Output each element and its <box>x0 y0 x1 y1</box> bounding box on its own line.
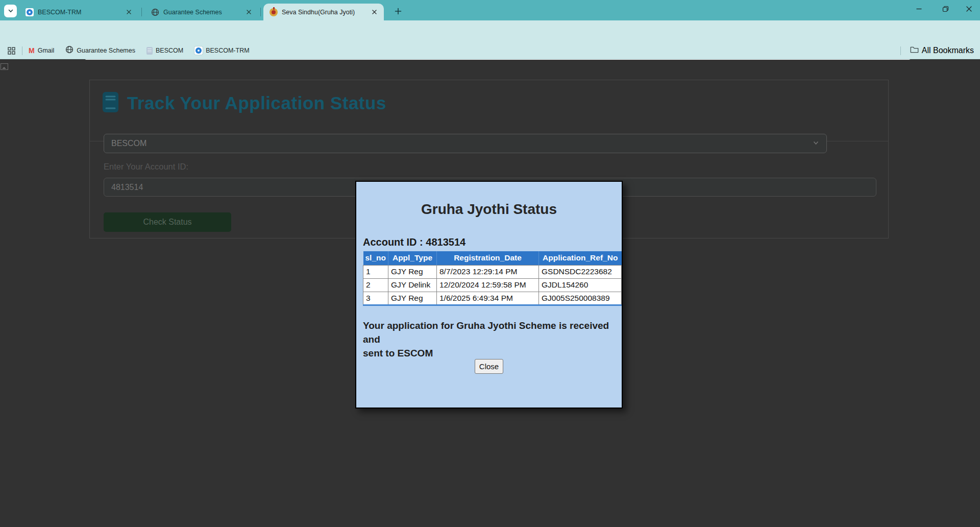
bescom-trm-favicon-icon <box>26 8 34 16</box>
tab-title: Seva Sindhu(Gruha Jyoti) <box>282 9 370 16</box>
cell-registration-date: 8/7/2023 12:29:14 PM <box>436 265 538 278</box>
cell-application-ref-no: GJDL154260 <box>538 278 621 292</box>
new-tab-button[interactable] <box>391 5 405 19</box>
status-message-line2: sent to ESCOM <box>363 346 618 360</box>
browser-toolbar: sevasindhu.karnataka.gov.in/StatucTrack/… <box>0 20 980 42</box>
cell-appl-type: GJY Delink <box>388 278 436 292</box>
table-header-row: sl_no Appl_Type Registration_Date Applic… <box>363 251 622 265</box>
column-header-appl-type: Appl_Type <box>388 251 436 265</box>
tab-separator <box>141 8 142 16</box>
modal-close-button[interactable]: Close <box>475 359 503 374</box>
tab-seva-sindhu[interactable]: Seva Sindhu(Gruha Jyoti) <box>263 4 384 20</box>
globe-icon <box>65 45 74 56</box>
tab-bescom-trm[interactable]: BESCOM-TRM <box>19 4 138 20</box>
cell-application-ref-no: GSDNSDC2223682 <box>538 265 621 278</box>
status-message: Your application for Gruha Jyothi Scheme… <box>363 319 618 360</box>
tab-close-icon[interactable] <box>124 8 133 17</box>
tab-search-button[interactable] <box>4 5 17 17</box>
select-chevron-icon <box>813 139 819 148</box>
bookmark-label: BESCOM-TRM <box>206 47 249 54</box>
apps-grid-icon[interactable] <box>7 46 16 55</box>
bookmark-label: Guarantee Schemes <box>77 47 135 54</box>
provider-select[interactable]: BESCOM <box>104 134 827 153</box>
bookmark-bescom-trm[interactable]: BESCOM-TRM <box>194 46 249 55</box>
cell-application-ref-no: GJ005S250008389 <box>538 292 621 305</box>
restore-icon <box>942 5 949 14</box>
globe-favicon-icon <box>151 8 159 16</box>
check-status-button[interactable]: Check Status <box>104 212 231 232</box>
bookmark-gmail[interactable]: M Gmail <box>29 46 54 55</box>
modal-account-id: Account ID : 4813514 <box>363 236 465 248</box>
tab-title: Guarantee Schemes <box>163 9 244 16</box>
plus-icon <box>395 8 402 17</box>
page-heading: Track Your Application Status <box>102 91 386 115</box>
bookmark-bescom[interactable]: BESCOM <box>146 47 183 55</box>
window-close-icon <box>966 5 972 14</box>
karnataka-emblem-favicon-icon <box>270 8 278 16</box>
cell-slno: 2 <box>363 278 388 292</box>
table-row: 2 GJY Delink 12/20/2024 12:59:58 PM GJDL… <box>363 278 622 292</box>
page-title: Track Your Application Status <box>127 93 386 113</box>
browser-window: BESCOM-TRM Guarantee Schemes Seva Sindhu… <box>0 0 980 527</box>
bookmarks-separator <box>900 46 901 55</box>
folder-icon <box>910 46 919 56</box>
chevron-down-icon <box>8 7 14 16</box>
cell-slno: 3 <box>363 292 388 305</box>
column-header-registration-date: Registration_Date <box>436 251 538 265</box>
tab-strip: BESCOM-TRM Guarantee Schemes Seva Sindhu… <box>0 0 980 20</box>
tab-guarantee-schemes[interactable]: Guarantee Schemes <box>145 4 258 20</box>
bookmarks-separator <box>22 46 22 55</box>
cell-registration-date: 12/20/2024 12:59:58 PM <box>436 278 538 292</box>
gmail-icon: M <box>29 46 35 55</box>
window-close-button[interactable] <box>958 0 980 19</box>
all-bookmarks-label: All Bookmarks <box>922 46 974 55</box>
table-row: 1 GJY Reg 8/7/2023 12:29:14 PM GSDNSDC22… <box>363 265 622 278</box>
status-message-line1: Your application for Gruha Jyothi Scheme… <box>363 319 618 346</box>
bookmark-guarantee-schemes[interactable]: Guarantee Schemes <box>65 45 135 56</box>
account-id-value: 4813514 <box>111 183 143 192</box>
all-bookmarks-button[interactable]: All Bookmarks <box>894 46 974 56</box>
journal-book-icon <box>102 91 119 115</box>
column-header-slno: sl_no <box>363 251 388 265</box>
document-icon <box>146 47 153 55</box>
bookmark-label: Gmail <box>38 47 55 54</box>
tab-close-icon[interactable] <box>244 8 253 17</box>
broken-image-icon <box>1 63 8 70</box>
table-row: 3 GJY Reg 1/6/2025 6:49:34 PM GJ005S2500… <box>363 292 622 305</box>
application-status-table: sl_no Appl_Type Registration_Date Applic… <box>363 251 622 306</box>
tab-title: BESCOM-TRM <box>38 9 124 16</box>
tab-close-icon[interactable] <box>370 8 379 17</box>
account-id-label: Enter Your Account ID: <box>104 162 188 172</box>
bescom-trm-icon <box>194 46 203 55</box>
bookmark-label: BESCOM <box>156 47 183 54</box>
cell-appl-type: GJY Reg <box>388 265 436 278</box>
tab-separator <box>260 8 261 16</box>
cell-appl-type: GJY Reg <box>388 292 436 305</box>
minimize-button[interactable] <box>908 0 930 19</box>
minimize-icon <box>916 5 922 14</box>
cell-slno: 1 <box>363 265 388 278</box>
provider-select-value: BESCOM <box>111 139 813 148</box>
modal-title: Gruha Jyothi Status <box>356 201 622 218</box>
bookmarks-bar: M Gmail Guarantee Schemes BESCOM BESCOM-… <box>0 42 980 59</box>
cell-registration-date: 1/6/2025 6:49:34 PM <box>436 292 538 305</box>
column-header-application-ref-no: Application_Ref_No <box>538 251 621 265</box>
gruha-jyothi-status-modal: Gruha Jyothi Status Account ID : 4813514… <box>355 181 623 409</box>
restore-button[interactable] <box>934 0 957 19</box>
